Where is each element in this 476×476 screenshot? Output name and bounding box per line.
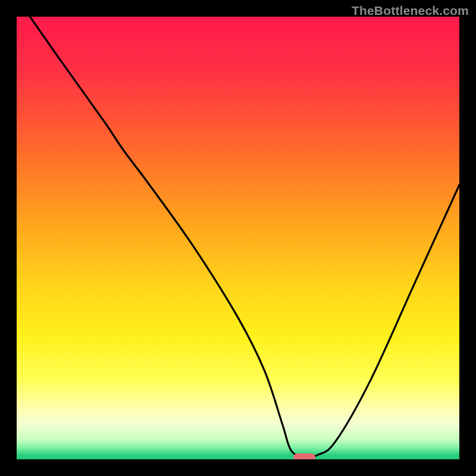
plot-area <box>17 17 459 459</box>
bottleneck-curve <box>17 17 459 459</box>
chart-frame: TheBottleneck.com <box>0 0 476 476</box>
watermark-text: TheBottleneck.com <box>352 4 469 18</box>
optimal-marker <box>293 453 315 459</box>
